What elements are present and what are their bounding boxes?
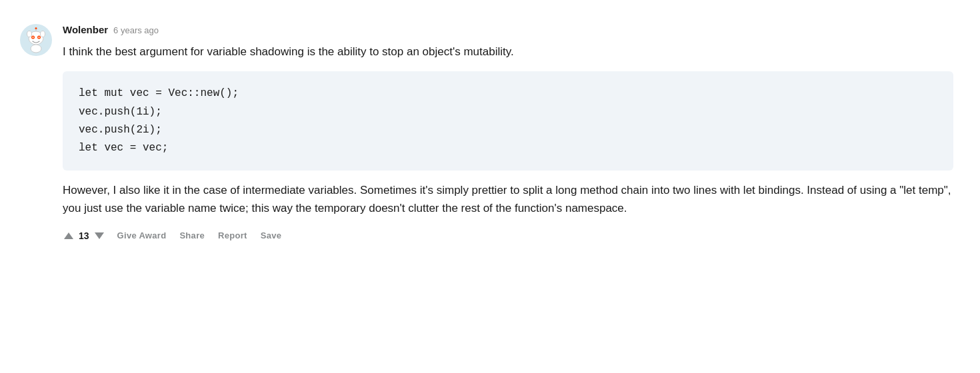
avatar <box>20 24 52 56</box>
svg-point-6 <box>33 37 34 38</box>
downvote-icon <box>95 232 104 239</box>
vote-section: 13 <box>63 230 105 241</box>
comment-body-text: However, I also like it in the case of i… <box>63 181 953 217</box>
comment-meta: Wolenber 6 years ago <box>63 24 953 35</box>
upvote-button[interactable] <box>63 231 75 240</box>
author-name: Wolenber <box>63 24 108 35</box>
svg-point-10 <box>35 27 37 29</box>
save-button[interactable]: Save <box>259 228 283 243</box>
svg-point-7 <box>39 37 40 38</box>
report-button[interactable]: Report <box>217 228 249 243</box>
code-block: let mut vec = Vec::new(); vec.push(1i); … <box>63 71 953 171</box>
comment-intro-text: I think the best argument for variable s… <box>63 43 953 61</box>
downvote-button[interactable] <box>93 231 105 240</box>
share-button[interactable]: Share <box>178 228 206 243</box>
code-content: let mut vec = Vec::new(); vec.push(1i); … <box>79 85 937 157</box>
timestamp: 6 years ago <box>113 25 159 35</box>
comment-body: Wolenber 6 years ago I think the best ar… <box>63 24 953 243</box>
svg-point-2 <box>27 31 32 37</box>
give-award-button[interactable]: Give Award <box>116 228 168 243</box>
svg-point-8 <box>31 45 41 53</box>
vote-count: 13 <box>79 230 89 241</box>
svg-point-3 <box>41 31 45 37</box>
comment-actions: 13 Give Award Share Report Save <box>63 228 953 243</box>
upvote-icon <box>64 232 73 239</box>
comment: Wolenber 6 years ago I think the best ar… <box>20 13 953 254</box>
